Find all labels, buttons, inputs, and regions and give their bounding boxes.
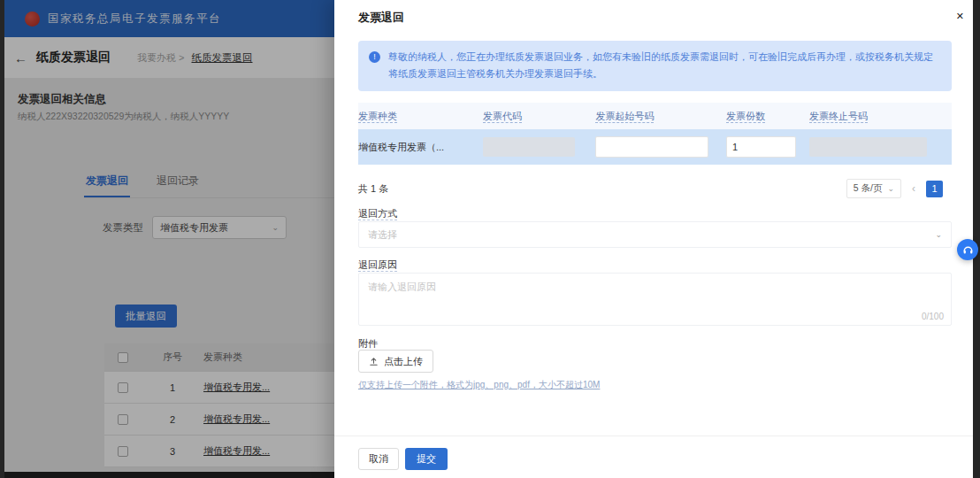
window-edge-left (0, 0, 4, 478)
drawer-title: 发票退回 (358, 10, 404, 26)
start-number-input[interactable] (595, 136, 708, 158)
total-count: 共 1 条 (358, 182, 388, 196)
col-count-label: 发票份数 (726, 111, 765, 123)
chevron-down-icon: ⌄ (935, 231, 942, 239)
return-method-label: 退回方式 (358, 207, 397, 220)
footer-divider (334, 436, 973, 436)
modal-backdrop[interactable] (0, 0, 334, 478)
table-row: 增值税专用发票（... (358, 129, 952, 165)
col-count: 发票份数 (726, 110, 809, 123)
prev-page-button[interactable]: ‹ (912, 182, 915, 195)
start-number-cell (595, 136, 726, 158)
submit-button[interactable]: 提交 (405, 448, 448, 470)
cancel-button[interactable]: 取消 (358, 448, 399, 470)
return-method-select[interactable]: 请选择 ⌄ (358, 221, 952, 248)
col-end-number-label: 发票终止号码 (809, 111, 868, 123)
end-number-field-disabled (809, 137, 927, 157)
count-cell (726, 136, 809, 158)
col-invoice-type-label: 发票种类 (358, 111, 397, 123)
return-reason-label-text: 退回原因 (358, 259, 397, 272)
invoice-return-drawer: 发票退回 ✕ ! 尊敬的纳税人，您正在办理纸质发票退回业务，如您有未验旧的纸质发… (334, 0, 973, 478)
window-edge-right (973, 0, 980, 478)
pagination-bar: 共 1 条 5 条/页 ⌄ ‹ 1 (358, 179, 943, 198)
return-invoice-table: 发票种类 发票代码 发票起始号码 发票份数 发票终止号码 增值税专用发票（... (358, 103, 952, 165)
screen: 国家税务总局电子发票服务平台 ← 纸质发票退回 我要办税 > 纸质发票退回 发票… (0, 0, 980, 478)
col-start-number: 发票起始号码 (595, 110, 726, 123)
invoice-code-field-disabled (483, 137, 575, 157)
customer-service-button[interactable] (957, 239, 978, 260)
return-reason-label: 退回原因 (358, 258, 397, 272)
count-input[interactable] (726, 136, 796, 158)
info-icon: ! (369, 51, 380, 63)
page-size-value: 5 条/页 (854, 182, 883, 195)
attachment-label: 附件 (358, 337, 378, 351)
col-invoice-code: 发票代码 (483, 110, 595, 123)
headset-icon (962, 244, 974, 256)
return-method-placeholder: 请选择 (368, 228, 397, 242)
page-size-select[interactable]: 5 条/页 ⌄ (846, 179, 901, 198)
chevron-down-icon: ⌄ (887, 185, 894, 193)
end-number-cell (809, 137, 952, 157)
col-end-number: 发票终止号码 (809, 110, 952, 123)
invoice-code-cell (483, 137, 595, 157)
upload-button-label: 点击上传 (384, 355, 423, 368)
page-1-button[interactable]: 1 (926, 181, 943, 197)
col-start-number-label: 发票起始号码 (595, 111, 654, 123)
return-method-label-text: 退回方式 (358, 208, 397, 220)
close-icon[interactable]: ✕ (956, 11, 964, 22)
return-reason-field: 0/100 (358, 273, 952, 326)
col-invoice-code-label: 发票代码 (483, 111, 522, 123)
char-counter: 0/100 (922, 312, 944, 321)
alert-text: 尊敬的纳税人，您正在办理纸质发票退回业务，如您有未验旧的纸质发票需退回时，可在验… (388, 51, 933, 79)
upload-hint: 仅支持上传一个附件，格式为jpg、png、pdf，大小不超过10M (358, 379, 600, 391)
attachment-label-text: 附件 (358, 338, 378, 349)
col-invoice-type: 发票种类 (358, 110, 483, 123)
invoice-type-cell: 增值税专用发票（... (358, 141, 483, 154)
background-page: 国家税务总局电子发票服务平台 ← 纸质发票退回 我要办税 > 纸质发票退回 发票… (0, 0, 334, 478)
upload-icon (369, 357, 379, 366)
info-alert: ! 尊敬的纳税人，您正在办理纸质发票退回业务，如您有未验旧的纸质发票需退回时，可… (358, 41, 952, 91)
table-header-row: 发票种类 发票代码 发票起始号码 发票份数 发票终止号码 (358, 103, 952, 129)
return-reason-textarea[interactable] (359, 274, 951, 325)
upload-button[interactable]: 点击上传 (358, 350, 433, 373)
pager: 5 条/页 ⌄ ‹ 1 (846, 179, 943, 198)
